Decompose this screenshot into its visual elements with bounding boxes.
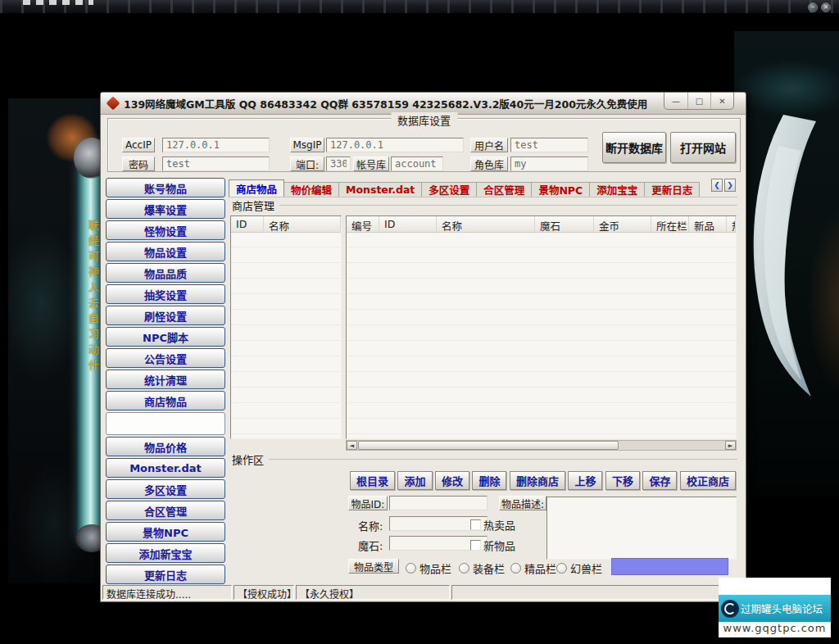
item-id-input[interactable]	[389, 496, 488, 510]
sidebar-item-item-price[interactable]: 物品价格	[106, 437, 225, 456]
column-header-id[interactable]: ID	[379, 216, 437, 232]
tab-scroll-arrows: ❮ ❯	[711, 179, 736, 192]
window-titlebar[interactable]: 139网络魔域GM工具版 QQ 86483342 QQ群 63578159 42…	[101, 93, 746, 115]
column-header-number[interactable]: 编号	[347, 216, 379, 232]
radio-icon[interactable]	[556, 563, 567, 574]
sidebar-item-announcement[interactable]: 公告设置	[106, 348, 225, 368]
tab-price-edit[interactable]: 物价编辑	[284, 182, 339, 197]
sidebar: 账号物品 爆率设置 怪物设置 物品设置 物品品质 抽奖设置 刷怪设置 NPC脚本…	[106, 178, 225, 586]
type-radio-pet-slot[interactable]: 幻兽栏	[556, 560, 602, 576]
role-db-label: 角色库	[470, 156, 508, 171]
column-header-name[interactable]: 名称	[264, 216, 341, 232]
sidebar-item-shop-items[interactable]: 商店物品	[106, 391, 225, 410]
sidebar-item-monster-dat[interactable]: Monster.dat	[106, 458, 225, 478]
msgip-label: MsgIP	[290, 138, 324, 152]
sidebar-item-stats-cleanup[interactable]: 统计清理	[106, 370, 225, 389]
maximize-icon[interactable]: □	[687, 93, 710, 109]
tab-merge-zone[interactable]: 合区管理	[477, 182, 532, 197]
screen-minimize-icon[interactable]: –	[808, 2, 818, 12]
sidebar-item-changelog[interactable]: 更新日志	[106, 565, 225, 584]
forum-watermark: 过期罐头电脑论坛 www.gqgtpc.com	[719, 578, 831, 637]
scroll-left-icon[interactable]: ◄	[347, 441, 357, 450]
category-list[interactable]: ID 名称	[230, 215, 342, 439]
sidebar-item-merge-zone[interactable]: 合区管理	[106, 501, 225, 520]
root-dir-button[interactable]: 根目录	[350, 471, 395, 490]
tab-scroll-left-icon[interactable]: ❮	[711, 179, 723, 192]
column-header-name[interactable]: 名称	[437, 216, 535, 232]
sidebar-item-drop-rate[interactable]: 爆率设置	[106, 199, 225, 219]
screen-corner-artifact	[23, 0, 93, 5]
tab-add-pet[interactable]: 添加宝宝	[590, 182, 645, 197]
type-color-bar[interactable]	[611, 558, 728, 575]
fix-shop-button[interactable]: 校正商店	[680, 471, 736, 490]
sidebar-item-multi-zone[interactable]: 多区设置	[106, 479, 225, 499]
column-header-slot[interactable]: 所在栏	[651, 216, 689, 232]
item-desc-textarea[interactable]	[546, 497, 737, 560]
window-title: 139网络魔域GM工具版 QQ 86483342 QQ群 63578159 42…	[124, 96, 647, 111]
modify-button[interactable]: 修改	[435, 471, 469, 490]
port-input[interactable]	[326, 156, 351, 171]
watermark-banner: 过期罐头电脑论坛	[719, 595, 831, 622]
new-item-checkbox[interactable]: 新物品	[470, 537, 515, 553]
radio-icon[interactable]	[510, 563, 521, 574]
scroll-right-icon[interactable]: ►	[725, 441, 736, 450]
sidebar-item-item-settings[interactable]: 物品设置	[106, 242, 225, 261]
role-db-input[interactable]	[510, 156, 588, 171]
tab-monster-dat[interactable]: Monster.dat	[339, 182, 422, 197]
angel-wing-image	[736, 113, 834, 408]
hot-item-checkbox[interactable]: 热卖品	[470, 517, 515, 533]
sidebar-item-monster-settings[interactable]: 怪物设置	[106, 220, 225, 240]
radio-icon[interactable]	[406, 563, 416, 574]
sidebar-item-item-quality[interactable]: 物品品质	[106, 263, 225, 283]
minimize-icon[interactable]: —	[664, 93, 687, 109]
scrollbar-thumb[interactable]	[358, 441, 619, 450]
checkbox-icon[interactable]	[470, 540, 481, 551]
type-radio-item-slot[interactable]: 物品栏	[406, 560, 451, 576]
save-button[interactable]: 保存	[642, 471, 677, 490]
type-radio-premium-slot[interactable]: 精品栏	[510, 560, 556, 576]
shop-management-caption-row: 商店管理	[232, 197, 737, 213]
accip-input[interactable]	[162, 138, 270, 152]
gm-tool-window: 139网络魔域GM工具版 QQ 86483342 QQ群 63578159 42…	[100, 92, 746, 602]
type-radio-equip-slot[interactable]: 装备栏	[459, 560, 505, 576]
username-input[interactable]	[510, 138, 588, 152]
move-up-button[interactable]: 上移	[568, 471, 602, 490]
type-pet-label: 幻兽栏	[570, 560, 602, 576]
move-down-button[interactable]: 下移	[605, 471, 640, 490]
tab-multi-zone[interactable]: 多区设置	[422, 182, 477, 197]
operations-caption-row: 操作区	[232, 451, 737, 467]
disconnect-db-button[interactable]: 断开数据库	[602, 132, 666, 163]
column-header-new[interactable]: 新品	[689, 216, 727, 232]
radio-icon[interactable]	[459, 563, 469, 574]
forum-logo-icon	[721, 600, 739, 618]
column-header-hot[interactable]: 热	[727, 216, 736, 232]
delete-shop-button[interactable]: 删除商店	[510, 471, 565, 490]
column-header-id[interactable]: ID	[231, 216, 264, 232]
horizontal-scrollbar[interactable]: ◄ ►	[346, 440, 737, 451]
category-list-header: ID 名称	[231, 216, 341, 233]
items-list[interactable]: 编号 ID 名称 魔石 金币 所在栏 新品 热	[346, 215, 737, 439]
close-icon[interactable]: ✕	[710, 93, 733, 109]
background-vertical-text: 联经可神入去自习动什	[88, 220, 101, 424]
sidebar-item-account-items[interactable]: 账号物品	[106, 178, 225, 197]
tab-changelog[interactable]: 更新日志	[645, 182, 700, 197]
tab-shop-items[interactable]: 商店物品	[229, 179, 284, 197]
password-input[interactable]	[162, 156, 270, 171]
checkbox-icon[interactable]	[470, 519, 481, 530]
sidebar-item-scenery-npc[interactable]: 景物NPC	[106, 522, 225, 542]
sidebar-item-spawn-settings[interactable]: 刷怪设置	[106, 306, 225, 325]
sidebar-item-npc-script[interactable]: NPC脚本	[106, 327, 225, 347]
sidebar-item-lottery-settings[interactable]: 抽奖设置	[106, 284, 225, 304]
msgip-input[interactable]	[326, 138, 464, 152]
column-header-gold[interactable]: 金币	[594, 216, 651, 232]
screen-close-icon[interactable]: ✕	[821, 2, 831, 12]
delete-button[interactable]: 删除	[472, 471, 506, 490]
new-item-label: 新物品	[483, 537, 515, 553]
add-button[interactable]: 添加	[397, 471, 432, 490]
column-header-gem[interactable]: 魔石	[535, 216, 594, 232]
tab-scroll-right-icon[interactable]: ❯	[724, 179, 736, 192]
tab-scenery-npc[interactable]: 景物NPC	[532, 182, 590, 197]
sidebar-item-add-pet[interactable]: 添加新宝宝	[106, 543, 225, 563]
open-website-button[interactable]: 打开网站	[670, 132, 736, 163]
account-db-input[interactable]	[391, 156, 443, 171]
